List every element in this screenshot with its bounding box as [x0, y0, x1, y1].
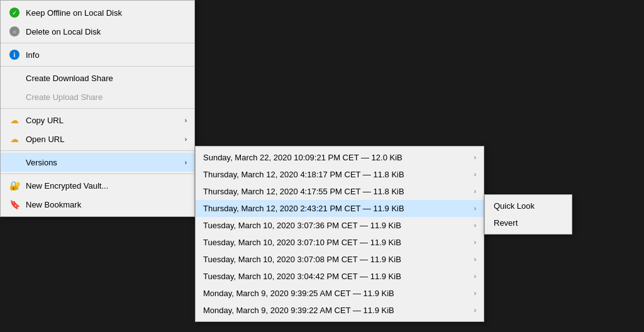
version-item-1[interactable]: Sunday, March 22, 2020 10:09:21 PM CET —…: [196, 149, 484, 166]
versions-label: Versions: [26, 158, 57, 167]
version-chevron-1: ›: [474, 154, 476, 161]
version-item-4[interactable]: Thursday, March 12, 2020 2:43:21 PM CET …: [196, 200, 484, 217]
version-item-2[interactable]: Thursday, March 12, 2020 4:18:17 PM CET …: [196, 166, 484, 183]
version-label-6: Tuesday, March 10, 2020 3:07:10 PM CET —…: [203, 238, 469, 247]
green-check-icon: ✓: [8, 6, 21, 19]
cloud-up-icon-2: ☁: [8, 133, 21, 145]
version-chevron-7: ›: [474, 256, 476, 263]
version-label-4: Thursday, March 12, 2020 2:43:21 PM CET …: [203, 204, 469, 213]
cloud-up-icon-1: ☁: [8, 114, 21, 126]
quicklook-submenu: Quick LookRevert: [484, 194, 572, 235]
gray-circle-icon: ○: [8, 25, 21, 38]
version-label-2: Thursday, March 12, 2020 4:18:17 PM CET …: [203, 170, 469, 179]
vault-icon: 🔐: [8, 179, 21, 192]
version-label-8: Tuesday, March 10, 2020 3:04:42 PM CET —…: [203, 272, 469, 281]
version-label-5: Tuesday, March 10, 2020 3:07:36 PM CET —…: [203, 221, 469, 230]
keep-offline-item[interactable]: ✓ Keep Offline on Local Disk: [1, 3, 194, 22]
open-url-label: Open URL: [26, 135, 64, 144]
no-icon-3: [8, 156, 21, 169]
new-encrypted-vault-item[interactable]: 🔐 New Encrypted Vault...: [1, 176, 194, 195]
create-upload-share-item: Create Upload Share: [1, 87, 194, 106]
version-label-9: Monday, March 9, 2020 9:39:25 AM CET — 1…: [203, 289, 469, 298]
separator-4: [1, 150, 194, 151]
version-label-10: Monday, March 9, 2020 9:39:22 AM CET — 1…: [203, 306, 469, 315]
version-chevron-2: ›: [474, 171, 476, 178]
version-item-8[interactable]: Tuesday, March 10, 2020 3:04:42 PM CET —…: [196, 268, 484, 285]
version-label-1: Sunday, March 22, 2020 10:09:21 PM CET —…: [203, 153, 469, 162]
info-label: Info: [26, 50, 40, 60]
separator-3: [1, 108, 194, 109]
no-icon-2: [8, 91, 21, 103]
versions-item[interactable]: Versions ›: [1, 153, 194, 172]
version-chevron-9: ›: [474, 290, 476, 297]
info-icon: i: [8, 48, 21, 61]
version-chevron-3: ›: [474, 188, 476, 195]
create-download-share-item[interactable]: Create Download Share: [1, 69, 194, 87]
version-chevron-5: ›: [474, 222, 476, 229]
main-context-menu: ✓ Keep Offline on Local Disk ○ Delete on…: [0, 0, 195, 217]
keep-offline-label: Keep Offline on Local Disk: [26, 8, 122, 18]
info-item[interactable]: i Info: [1, 45, 194, 64]
revert-item[interactable]: Revert: [485, 214, 572, 231]
version-item-7[interactable]: Tuesday, March 10, 2020 3:07:08 PM CET —…: [196, 251, 484, 268]
version-item-9[interactable]: Monday, March 9, 2020 9:39:25 AM CET — 1…: [196, 285, 484, 302]
copy-url-label: Copy URL: [26, 116, 64, 125]
open-url-item[interactable]: ☁ Open URL ›: [1, 130, 194, 148]
version-chevron-10: ›: [474, 307, 476, 314]
delete-local-label: Delete on Local Disk: [26, 27, 101, 36]
create-download-share-label: Create Download Share: [26, 74, 113, 83]
version-chevron-4: ›: [474, 205, 476, 212]
version-label-3: Thursday, March 12, 2020 4:17:55 PM CET …: [203, 187, 469, 196]
version-label-7: Tuesday, March 10, 2020 3:07:08 PM CET —…: [203, 255, 469, 264]
new-encrypted-vault-label: New Encrypted Vault...: [26, 181, 108, 191]
version-item-5[interactable]: Tuesday, March 10, 2020 3:07:36 PM CET —…: [196, 217, 484, 234]
bookmark-icon: 🔖: [8, 198, 21, 211]
copy-url-item[interactable]: ☁ Copy URL ›: [1, 111, 194, 130]
separator-1: [1, 43, 194, 43]
version-item-3[interactable]: Thursday, March 12, 2020 4:17:55 PM CET …: [196, 183, 484, 200]
versions-submenu: Sunday, March 22, 2020 10:09:21 PM CET —…: [195, 146, 484, 322]
delete-local-item[interactable]: ○ Delete on Local Disk: [1, 22, 194, 41]
version-item-10[interactable]: Monday, March 9, 2020 9:39:22 AM CET — 1…: [196, 302, 484, 319]
separator-2: [1, 66, 194, 67]
version-chevron-6: ›: [474, 239, 476, 246]
copy-url-chevron: ›: [185, 117, 187, 124]
no-icon-1: [8, 72, 21, 84]
version-item-6[interactable]: Tuesday, March 10, 2020 3:07:10 PM CET —…: [196, 234, 484, 251]
versions-chevron: ›: [185, 159, 187, 166]
new-bookmark-item[interactable]: 🔖 New Bookmark: [1, 195, 194, 214]
open-url-chevron: ›: [185, 136, 187, 143]
separator-5: [1, 174, 194, 174]
version-chevron-8: ›: [474, 273, 476, 280]
create-upload-share-label: Create Upload Share: [26, 92, 103, 102]
new-bookmark-label: New Bookmark: [26, 200, 81, 209]
quick-look-item[interactable]: Quick Look: [485, 197, 572, 214]
